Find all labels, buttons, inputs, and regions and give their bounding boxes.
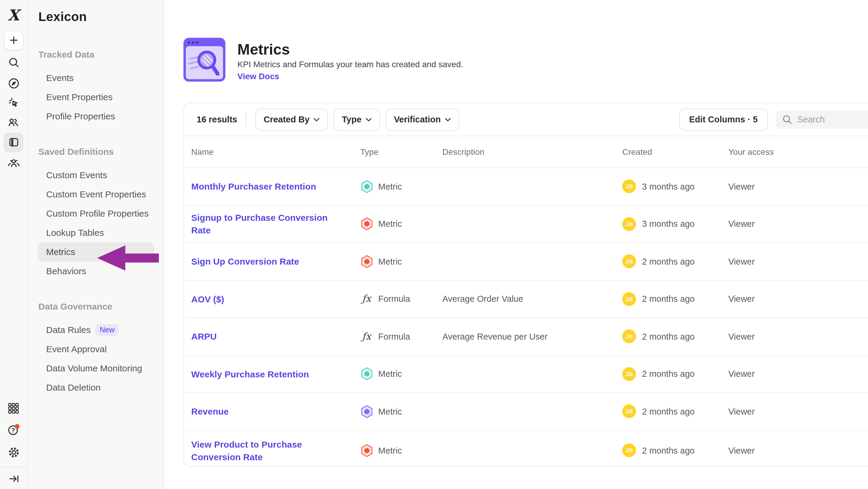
section-header-tracked-data: Tracked Data (28, 49, 164, 61)
sidebar-item-events[interactable]: Events (28, 68, 164, 88)
avatar: JB (622, 330, 636, 344)
discover-nav-button[interactable] (0, 73, 27, 94)
plus-icon (4, 31, 23, 50)
access-cell: Viewer (728, 369, 868, 379)
sidebar-item-profile-properties[interactable]: Profile Properties (28, 107, 164, 126)
users-icon (7, 116, 20, 128)
column-header-your-access[interactable]: Your access (728, 147, 868, 156)
mixpanel-logo[interactable]: X (0, 5, 27, 25)
metric-type-icon: ƒx (360, 180, 373, 194)
compass-icon (7, 78, 20, 89)
page-title: Metrics (237, 41, 290, 58)
sidebar-item-lookup-tables[interactable]: Lookup Tables (28, 223, 164, 242)
access-cell: Viewer (728, 445, 868, 455)
metric-type-icon: ƒx (360, 217, 373, 231)
events-nav-button[interactable] (0, 92, 27, 113)
sidebar-item-data-rules[interactable]: Data RulesNew (28, 320, 164, 340)
created-by-filter[interactable]: Created By (255, 108, 328, 131)
users-nav-button[interactable] (0, 112, 27, 133)
column-header-description[interactable]: Description (442, 147, 622, 156)
chevron-down-icon (366, 117, 372, 121)
sidebar: Lexicon Tracked Data Events Event Proper… (28, 0, 164, 489)
table-row: Signup to Purchase Conversion Rate ƒxMet… (184, 205, 868, 243)
cursor-click-icon (7, 96, 20, 109)
metric-name-link[interactable]: AOV ($) (191, 293, 360, 306)
sidebar-item-event-properties[interactable]: Event Properties (28, 88, 164, 107)
sidebar-item-custom-events[interactable]: Custom Events (28, 166, 164, 185)
svg-text:?: ? (11, 426, 15, 433)
created-cell: 2 months ago (642, 445, 695, 455)
sidebar-item-event-approval[interactable]: Event Approval (28, 340, 164, 359)
search-icon (7, 56, 20, 68)
create-new-button[interactable] (0, 30, 27, 50)
avatar: JB (622, 292, 636, 306)
metric-name-link[interactable]: Sign Up Conversion Rate (191, 255, 360, 268)
avatar: JB (622, 405, 636, 419)
table-row: AOV ($) ƒxFormula Average Order Value JB… (184, 281, 868, 318)
app-grid-icon (8, 402, 19, 414)
sidebar-item-custom-event-properties[interactable]: Custom Event Properties (28, 185, 164, 204)
metric-type-icon: ƒx (360, 367, 373, 381)
icon-rail: X (0, 0, 28, 489)
metric-type-icon: ƒx (360, 255, 373, 268)
column-header-type[interactable]: Type (360, 147, 442, 156)
metric-name-link[interactable]: Signup to Purchase Conversion Rate (191, 211, 360, 237)
table-row: Monthly Purchaser Retention ƒxMetric JB3… (184, 168, 868, 205)
sidebar-item-data-volume-monitoring[interactable]: Data Volume Monitoring (28, 359, 164, 378)
search-icon (782, 114, 793, 124)
column-header-created[interactable]: Created (622, 147, 728, 156)
view-docs-link[interactable]: View Docs (237, 71, 279, 81)
verification-filter[interactable]: Verification (385, 108, 459, 131)
avatar: JB (622, 255, 636, 268)
main-content: Metrics KPI Metrics and Formulas your te… (164, 0, 868, 489)
created-cell: 2 months ago (642, 369, 695, 379)
sidebar-item-behaviors[interactable]: Behaviors (28, 262, 164, 281)
avatar: JB (622, 443, 636, 457)
page-subtitle: KPI Metrics and Formulas your team has c… (237, 59, 463, 69)
settings-gear-icon (7, 447, 20, 458)
edit-columns-button[interactable]: Edit Columns · 5 (679, 108, 768, 131)
sidebar-item-custom-profile-properties[interactable]: Custom Profile Properties (28, 204, 164, 223)
section-header-saved-definitions: Saved Definitions (28, 146, 164, 158)
metric-type-icon: ƒx (360, 443, 373, 457)
column-header-name[interactable]: Name (191, 147, 360, 156)
apps-button[interactable] (0, 398, 27, 418)
settings-button[interactable] (0, 442, 27, 463)
metrics-table-card: 16 results Created By Type Verification … (183, 103, 868, 467)
sidebar-item-data-deletion[interactable]: Data Deletion (28, 378, 164, 397)
type-label: Metric (378, 407, 402, 416)
description-cell: Average Order Value (442, 294, 622, 304)
table-row: Revenue ƒxMetric JB2 months ago Viewer (184, 393, 868, 431)
created-cell: 2 months ago (642, 407, 695, 416)
access-cell: Viewer (728, 182, 868, 192)
lexicon-nav-button[interactable] (0, 132, 27, 152)
section-header-data-governance: Data Governance (28, 300, 164, 313)
community-nav-button[interactable] (0, 153, 27, 173)
type-label: Formula (378, 294, 410, 304)
table-row: View Product to Purchase Conversion Rate… (184, 431, 868, 470)
created-cell: 2 months ago (642, 257, 695, 266)
access-cell: Viewer (728, 332, 868, 341)
type-label: Formula (378, 332, 410, 341)
table-row: ARPU ƒxFormula Average Revenue per User … (184, 318, 868, 355)
collapse-button[interactable] (0, 469, 27, 489)
metric-name-link[interactable]: Monthly Purchaser Retention (191, 180, 360, 193)
created-cell: 3 months ago (642, 182, 695, 192)
toolbar-divider (246, 112, 246, 127)
metric-name-link[interactable]: ARPU (191, 330, 360, 343)
metric-name-link[interactable]: View Product to Purchase Conversion Rate (191, 438, 360, 463)
sidebar-item-metrics[interactable]: Metrics (38, 242, 154, 262)
metric-name-link[interactable]: Revenue (191, 405, 360, 418)
lexicon-book-icon (7, 136, 20, 148)
notification-dot (14, 424, 19, 429)
search-nav-button[interactable] (0, 52, 27, 73)
metric-name-link[interactable]: Weekly Purchase Retention (191, 368, 360, 380)
chevron-down-icon (314, 117, 320, 121)
access-cell: Viewer (728, 294, 868, 304)
community-icon (7, 157, 20, 169)
formula-type-icon: ƒx (360, 292, 373, 306)
created-cell: 2 months ago (642, 332, 695, 341)
help-button[interactable]: ? (0, 420, 27, 440)
filter-toolbar: 16 results Created By Type Verification … (184, 103, 868, 136)
type-filter[interactable]: Type (334, 108, 380, 131)
